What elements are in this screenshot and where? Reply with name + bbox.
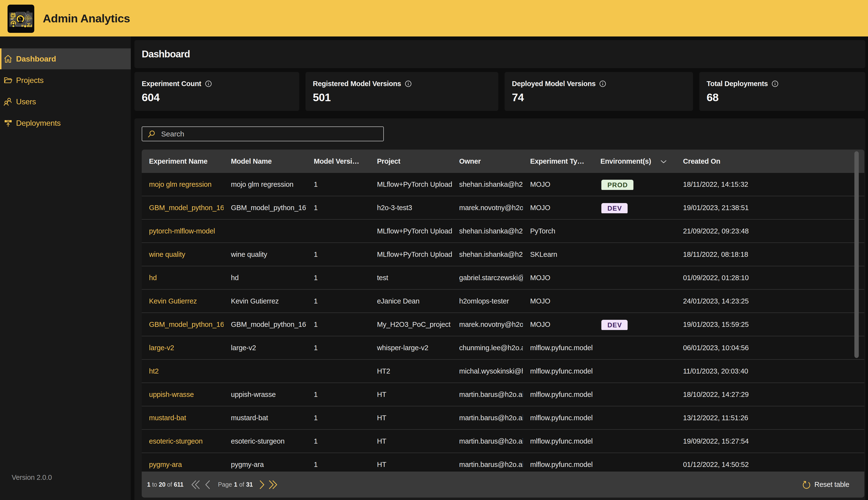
cell-project: HT [370, 390, 452, 399]
cell-experiment-name[interactable]: pytorch-mlflow-model [142, 227, 224, 235]
column-header-model-version[interactable]: Model Version [306, 157, 370, 166]
sidebar-item-dashboard[interactable]: Dashboard [0, 48, 131, 69]
search-box[interactable] [142, 126, 384, 141]
cell-project: My_H2O3_PoC_project [370, 320, 452, 329]
column-header-label: Environment(s) [600, 157, 651, 166]
table-row[interactable]: pygmy-ara pygmy-ara 1 HT martin.barus@h2… [142, 453, 864, 471]
cell-experiment-name[interactable]: uppish-wrasse [142, 390, 224, 399]
table-row[interactable]: pytorch-mlflow-model MLflow+PyTorch Uplo… [142, 219, 864, 243]
reset-table-button[interactable]: Reset table [802, 480, 849, 489]
cell-model-version: 1 [306, 320, 370, 329]
top-bar: Admin Analytics [0, 0, 868, 36]
cell-model-name: hd [224, 274, 306, 282]
table-footer: 1to20of611 Page1of31 Reset table [142, 471, 864, 498]
next-page-button[interactable] [259, 479, 265, 490]
sidebar-item-deployments[interactable]: Deployments [0, 113, 131, 134]
table-row[interactable]: esoteric-sturgeon esoteric-sturgeon 1 HT… [142, 430, 864, 453]
info-icon[interactable] [205, 80, 212, 87]
cell-experiment-name[interactable]: GBM_model_python_1674080614734 [142, 204, 224, 212]
pagination-range: 1to20of611 [147, 481, 184, 488]
column-header-label: Project [377, 157, 400, 166]
cell-project: HT [370, 414, 452, 422]
stat-card-label: Deployed Model Versions [512, 80, 595, 88]
cell-owner: gabriel.starczewski@h2o.ai [452, 274, 523, 282]
cell-created-on: 01/12/2022, 14:50:52 [676, 461, 864, 469]
info-icon[interactable] [405, 80, 412, 87]
cell-experiment-type: PyTorch [523, 227, 593, 235]
cell-experiment-type: MOJO [523, 204, 593, 212]
table-scrollbar-thumb[interactable] [854, 151, 859, 358]
first-page-button[interactable] [191, 479, 200, 490]
cell-created-on: 24/01/2023, 14:23:25 [676, 297, 864, 305]
column-header-model-name[interactable]: Model Name [224, 157, 306, 166]
cell-experiment-name[interactable]: pygmy-ara [142, 461, 224, 469]
current-page: 1 [234, 481, 237, 488]
cell-experiment-name[interactable]: large-v2 [142, 344, 224, 352]
sidebar-item-label: Users [16, 97, 36, 106]
chevron-down-icon [660, 157, 667, 166]
cell-experiment-name[interactable]: Kevin Gutierrez [142, 297, 224, 305]
cell-model-name: mustard-bat [224, 414, 306, 422]
stat-cards: Experiment Count 604 Registered Model Ve… [135, 72, 865, 111]
table-row[interactable]: uppish-wrasse uppish-wrasse 1 HT martin.… [142, 383, 864, 406]
cell-model-version: 1 [306, 344, 370, 352]
cell-experiment-name[interactable]: mojo glm regression [142, 180, 224, 189]
table-row[interactable]: Kevin Gutierrez Kevin Gutierrez 1 eJanic… [142, 289, 864, 313]
environment-badge-dev: DEV [601, 203, 628, 213]
table-row[interactable]: mustard-bat mustard-bat 1 HT martin.baru… [142, 406, 864, 430]
sidebar-item-users[interactable]: Users [0, 91, 131, 112]
column-header-owner[interactable]: Owner [452, 157, 523, 166]
table-row[interactable]: wine quality wine quality 1 MLflow+PyTor… [142, 243, 864, 266]
cell-experiment-name[interactable]: esoteric-sturgeon [142, 437, 224, 445]
cell-experiment-type: mlflow.pyfunc.model [523, 390, 593, 399]
cell-owner: chunming.lee@h2o.ai [452, 344, 523, 352]
sidebar-item-projects[interactable]: Projects [0, 70, 131, 91]
column-header-experiment-type[interactable]: Experiment Type [523, 157, 593, 166]
cell-experiment-name[interactable]: mustard-bat [142, 414, 224, 422]
pages-of-word: of [239, 481, 244, 488]
cell-created-on: 11/01/2023, 20:03:40 [676, 367, 864, 375]
folder-icon [3, 76, 13, 85]
app-logo [8, 4, 34, 33]
table-row[interactable]: ht2 HT2 michal.wysokinski@h2o.ai mlflow.… [142, 360, 864, 383]
cell-owner: martin.barus@h2o.ai [452, 461, 523, 469]
reset-table-label: Reset table [814, 480, 849, 489]
cell-project: HT [370, 437, 452, 445]
cell-experiment-name[interactable]: wine quality [142, 250, 224, 259]
cell-owner: marek.novotny@h2o.ai [452, 204, 523, 212]
column-header-environment-s-[interactable]: Environment(s) [593, 157, 676, 166]
cell-experiment-name[interactable]: hd [142, 274, 224, 282]
table-row[interactable]: hd hd 1 test gabriel.starczewski@h2o.ai … [142, 266, 864, 289]
previous-page-button[interactable] [205, 479, 210, 490]
info-icon[interactable] [772, 80, 778, 87]
cell-experiment-type: MOJO [523, 180, 593, 189]
table-row[interactable]: mojo glm regression mojo glm regression … [142, 173, 864, 196]
table-row[interactable]: GBM_model_python_1674143965237 GBM_model… [142, 313, 864, 336]
cell-project: MLflow+PyTorch Upload Test [370, 250, 452, 259]
cell-owner: shehan.ishanka@h2o.ai [452, 250, 523, 259]
cell-experiment-name[interactable]: GBM_model_python_1674143965237 [142, 320, 224, 329]
column-header-label: Model Version [314, 157, 360, 166]
table-row[interactable]: GBM_model_python_1674080614734 GBM_model… [142, 196, 864, 219]
column-header-project[interactable]: Project [370, 157, 452, 166]
column-header-created-on[interactable]: Created On [676, 157, 864, 166]
search-input[interactable] [161, 127, 383, 141]
cell-environments: DEV [593, 319, 676, 330]
range-end: 20 [159, 481, 165, 488]
cell-experiment-type: mlflow.pyfunc.model [523, 414, 593, 422]
stat-card-value: 501 [313, 91, 491, 104]
column-header-experiment-name[interactable]: Experiment Name [142, 157, 224, 166]
last-page-button[interactable] [268, 479, 278, 490]
cell-model-version: 1 [306, 390, 370, 399]
table-row[interactable]: large-v2 large-v2 1 whisper-large-v2 chu… [142, 336, 864, 360]
cell-owner: martin.barus@h2o.ai [452, 414, 523, 422]
cell-project: HT [370, 461, 452, 469]
cell-project: h2o-3-test3 [370, 204, 452, 212]
cell-project: whisper-large-v2 [370, 344, 452, 352]
app-title: Admin Analytics [43, 0, 130, 36]
stat-card: Registered Model Versions 501 [305, 72, 498, 111]
cell-experiment-name[interactable]: ht2 [142, 367, 224, 375]
cell-created-on: 01/09/2022, 01:28:10 [676, 274, 864, 282]
info-icon[interactable] [599, 80, 606, 87]
deployments-icon [3, 118, 13, 128]
